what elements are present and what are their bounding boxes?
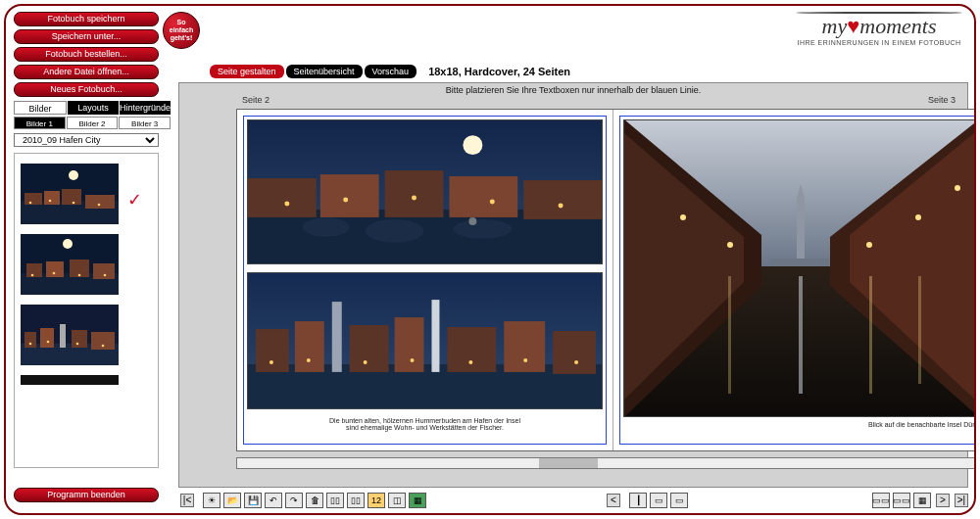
thumbnail-list: ✓ bbox=[14, 153, 159, 468]
heart-icon: ♥ bbox=[847, 14, 859, 38]
svg-rect-59 bbox=[504, 321, 545, 372]
page-icon[interactable]: ▭ bbox=[650, 493, 667, 508]
svg-rect-74 bbox=[771, 259, 830, 266]
trash-icon[interactable]: 🗑 bbox=[306, 493, 323, 508]
hint-text: Bitte platzieren Sie Ihre Textboxen nur … bbox=[179, 85, 967, 95]
svg-point-63 bbox=[364, 360, 368, 364]
city-night-thumb-icon bbox=[21, 305, 119, 365]
open-other-button[interactable]: Andere Datei öffnen... bbox=[14, 65, 159, 79]
thumbnail-item[interactable] bbox=[21, 234, 119, 295]
svg-rect-25 bbox=[40, 328, 54, 348]
svg-point-61 bbox=[270, 360, 273, 364]
svg-rect-58 bbox=[447, 327, 496, 372]
folder-tab-2[interactable]: Bilder 2 bbox=[67, 117, 119, 129]
svg-point-44 bbox=[284, 201, 289, 206]
tab-preview[interactable]: Vorschau bbox=[365, 65, 417, 78]
nav-last-button[interactable]: >| bbox=[955, 494, 968, 507]
svg-rect-14 bbox=[26, 263, 42, 277]
save-as-button[interactable]: Speichern unter... bbox=[14, 29, 159, 44]
svg-rect-24 bbox=[24, 332, 36, 348]
tab-page-overview[interactable]: Seitenübersicht bbox=[286, 65, 363, 78]
svg-rect-53 bbox=[295, 321, 324, 372]
svg-rect-5 bbox=[62, 189, 81, 205]
thumb-grid-icon[interactable]: ▦ bbox=[913, 493, 931, 508]
divider-icon[interactable]: ┃ bbox=[629, 493, 647, 508]
folder-select[interactable]: 2010_09 Hafen City bbox=[14, 133, 159, 147]
nav-prev-button[interactable]: < bbox=[607, 494, 620, 507]
svg-rect-57 bbox=[431, 300, 439, 372]
folder-tab-3[interactable]: Bilder 3 bbox=[119, 117, 171, 129]
spread-icon[interactable]: ▭▭ bbox=[872, 493, 890, 508]
align-left-icon[interactable]: ▯▯ bbox=[326, 493, 344, 508]
svg-point-20 bbox=[78, 274, 81, 277]
svg-rect-17 bbox=[93, 263, 115, 279]
tab-hintergruende[interactable]: Hintergründe bbox=[120, 101, 171, 115]
svg-rect-38 bbox=[385, 170, 444, 217]
page-left[interactable]: Die bunten alten, hölzernen Hummerbuden … bbox=[237, 110, 613, 450]
spread2-icon[interactable]: ▭▭ bbox=[893, 493, 910, 508]
brand-logo: my♥moments IHRE ERINNERUNGEN IN EINEM FO… bbox=[796, 12, 962, 46]
help-badge[interactable]: So einfach geht's! bbox=[163, 12, 200, 49]
page-slider[interactable] bbox=[236, 457, 976, 469]
svg-rect-15 bbox=[46, 261, 64, 277]
tab-bilder[interactable]: Bilder bbox=[14, 101, 67, 115]
page-right[interactable]: Blick auf die benachbarte Insel Düne bbox=[613, 110, 976, 450]
svg-point-46 bbox=[412, 195, 416, 200]
save-icon[interactable]: 💾 bbox=[244, 493, 262, 508]
svg-point-49 bbox=[468, 217, 476, 225]
thumbnail-item[interactable] bbox=[21, 305, 119, 365]
svg-point-65 bbox=[468, 360, 472, 364]
svg-rect-84 bbox=[918, 276, 921, 384]
redo-icon[interactable]: ↷ bbox=[285, 493, 303, 508]
save-button[interactable]: Fotobuch speichern bbox=[14, 12, 159, 26]
sun-icon[interactable]: ☀ bbox=[203, 493, 220, 508]
svg-point-21 bbox=[104, 274, 107, 277]
svg-point-29 bbox=[29, 343, 32, 346]
svg-point-34 bbox=[463, 135, 482, 155]
city-panorama-photo-icon bbox=[248, 273, 602, 408]
tab-design-page[interactable]: Seite gestalten bbox=[210, 65, 284, 78]
svg-point-79 bbox=[955, 185, 960, 191]
editor-canvas: Bitte platzieren Sie Ihre Textboxen nur … bbox=[178, 82, 968, 488]
grid-icon[interactable]: ▦ bbox=[409, 493, 426, 508]
split-icon[interactable]: ◫ bbox=[388, 493, 406, 508]
thumbnail-item[interactable]: ✓ bbox=[21, 164, 119, 224]
svg-point-43 bbox=[453, 219, 512, 239]
nav-next-button[interactable]: > bbox=[936, 494, 950, 507]
page2-icon[interactable]: ▭ bbox=[670, 493, 688, 508]
open-icon[interactable]: 📂 bbox=[223, 493, 241, 508]
harbor-night-thumb-icon bbox=[21, 164, 119, 224]
folder-tab-1[interactable]: Bilder 1 bbox=[14, 117, 66, 129]
quit-button[interactable]: Programm beenden bbox=[14, 488, 159, 502]
svg-point-7 bbox=[29, 202, 32, 205]
tab-layouts[interactable]: Layouts bbox=[68, 101, 119, 115]
svg-rect-3 bbox=[24, 193, 42, 205]
page-label-right: Seite 3 bbox=[928, 95, 956, 105]
thumbnail-item[interactable] bbox=[21, 375, 119, 385]
svg-point-30 bbox=[47, 341, 50, 344]
page-spread: Die bunten alten, hölzernen Hummerbuden … bbox=[236, 109, 976, 451]
svg-point-64 bbox=[411, 358, 415, 362]
photo-slot[interactable] bbox=[247, 272, 603, 409]
svg-rect-26 bbox=[60, 324, 66, 348]
order-button[interactable]: Fotobuch bestellen... bbox=[14, 47, 159, 62]
svg-point-48 bbox=[559, 203, 564, 208]
svg-rect-6 bbox=[85, 195, 115, 209]
svg-point-41 bbox=[303, 217, 350, 237]
svg-rect-54 bbox=[332, 302, 342, 372]
svg-rect-82 bbox=[799, 276, 803, 394]
svg-point-62 bbox=[307, 358, 311, 362]
undo-icon[interactable]: ↶ bbox=[265, 493, 282, 508]
photo-slot[interactable] bbox=[623, 119, 976, 417]
svg-rect-55 bbox=[350, 325, 389, 372]
book-info: 18x18, Hardcover, 24 Seiten bbox=[428, 66, 570, 77]
align-right-icon[interactable]: ▯▯ bbox=[347, 493, 365, 508]
nav-first-button[interactable]: |< bbox=[180, 494, 194, 507]
svg-point-42 bbox=[366, 219, 424, 243]
svg-point-77 bbox=[866, 242, 872, 248]
svg-point-32 bbox=[102, 345, 105, 348]
photo-slot[interactable] bbox=[247, 119, 603, 264]
sort-icon[interactable]: 12 bbox=[368, 493, 385, 508]
new-book-button[interactable]: Neues Fotobuch... bbox=[14, 82, 159, 97]
svg-point-31 bbox=[76, 343, 79, 346]
